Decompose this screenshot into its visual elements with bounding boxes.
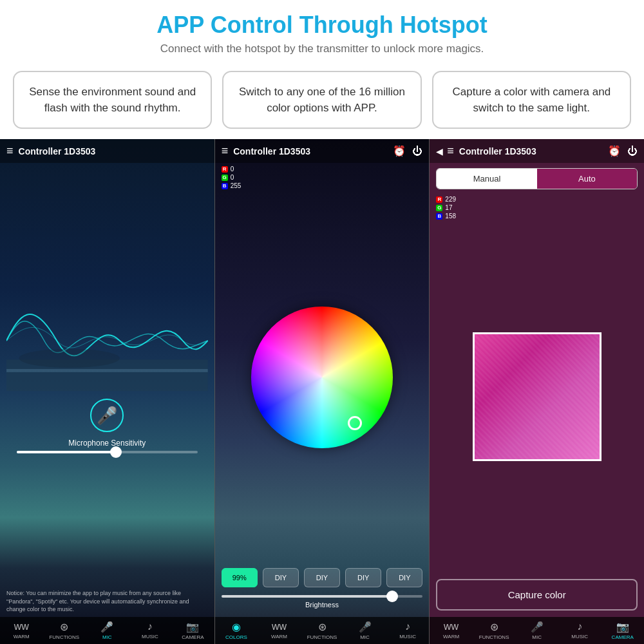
cam-rgb-b-row: B 158 — [436, 213, 638, 220]
slider-fill — [17, 451, 117, 453]
mic-icon-2: 🎤 — [359, 621, 372, 633]
music-label-2: MUSIC — [399, 634, 416, 639]
functions-icon-2: ⊛ — [318, 621, 327, 633]
sound-wave-svg — [6, 289, 208, 392]
nav-warm-3[interactable]: ww WARM — [430, 621, 473, 640]
functions-label-3: FUNCTIONS — [479, 634, 509, 640]
warm-icon-1: ww — [14, 621, 29, 632]
nav-music-1[interactable]: ♪ MUSIC — [129, 621, 172, 640]
preset-diy-2[interactable]: DIY — [304, 568, 340, 587]
preset-99[interactable]: 99% — [222, 568, 258, 587]
color-wheel[interactable] — [251, 307, 393, 448]
phone2-topbar: ≡ Controller 1D3503 ⏰ ⏻ — [215, 139, 430, 163]
nav-warm-1[interactable]: ww WARM — [0, 621, 43, 640]
warm-label-2: WARM — [271, 634, 287, 639]
nav-music-2[interactable]: ♪ MUSIC — [386, 621, 430, 640]
brightness-fill — [222, 595, 393, 598]
page: APP Control Through Hotspot Connect with… — [0, 0, 644, 644]
nav-mic-2[interactable]: 🎤 MIC — [343, 621, 386, 640]
capture-color-button[interactable]: Capture color — [436, 579, 638, 611]
phone2-nav: ◉ COLORS ww WARM ⊛ FUNCTIONS 🎤 MIC ♪ — [215, 617, 430, 644]
nav-mic-3[interactable]: 🎤 MIC — [515, 621, 558, 640]
alarm-icon-3: ⏰ — [608, 145, 621, 157]
topbar-icons-3: ⏰ ⏻ — [608, 145, 638, 157]
camera-rgb: R 229 G 17 B 158 — [430, 194, 644, 221]
menu-icon-1: ≡ — [6, 144, 14, 158]
colors-label-2: COLORS — [225, 634, 247, 640]
cam-b-label: B — [436, 213, 442, 220]
rgb-b-row: B 255 — [222, 182, 423, 189]
phone-screen-3: ◀ ≡ Controller 1D3503 ⏰ ⏻ Manual Auto — [430, 139, 644, 644]
cam-rgb-g-row: G 17 — [436, 204, 638, 211]
wheel-cursor[interactable] — [348, 416, 362, 430]
warm-label-1: WARM — [14, 634, 30, 639]
main-title: APP Control Through Hotspot — [13, 12, 631, 39]
sound-wave-area: 🎤 Microphone Sensitivity — [0, 163, 214, 586]
sensitivity-slider[interactable] — [17, 451, 198, 453]
svg-point-1 — [19, 349, 120, 368]
preset-diy-1[interactable]: DIY — [263, 568, 299, 587]
preset-row: 99% DIY DIY DIY DIY — [215, 563, 430, 592]
camera-icon-1: 📷 — [186, 621, 199, 633]
phones-row: ≡ Controller 1D3503 🎤 — [0, 139, 644, 644]
nav-warm-2[interactable]: ww WARM — [258, 621, 301, 640]
nav-mic-1[interactable]: 🎤 MIC — [86, 621, 129, 640]
tab-manual[interactable]: Manual — [437, 169, 536, 189]
nav-functions-3[interactable]: ⊛ FUNCTIONS — [473, 621, 516, 640]
cam-r-value: 229 — [445, 196, 456, 203]
header: APP Control Through Hotspot Connect with… — [0, 0, 644, 61]
nav-colors-2[interactable]: ◉ COLORS — [215, 621, 258, 640]
mic-icon-area: 🎤 — [90, 399, 124, 432]
cam-g-value: 17 — [445, 204, 452, 211]
menu-icon-3: ≡ — [447, 144, 454, 158]
preset-diy-4[interactable]: DIY — [386, 568, 422, 587]
r-value: 0 — [231, 166, 234, 173]
chevron-left-icon[interactable]: ◀ — [436, 146, 443, 156]
camera-preview — [430, 221, 644, 573]
topbar-icons-2: ⏰ ⏻ — [393, 145, 422, 157]
nav-functions-1[interactable]: ⊛ FUNCTIONS — [43, 621, 86, 640]
g-label: G — [222, 175, 228, 181]
functions-label-1: FUNCTIONS — [49, 634, 79, 640]
functions-label-2: FUNCTIONS — [307, 634, 337, 640]
nav-camera-1[interactable]: 📷 CAMERA — [171, 621, 214, 640]
camera-label-3: CAMERA — [612, 634, 634, 640]
r-label: R — [222, 166, 228, 173]
colors-icon-2: ◉ — [232, 621, 241, 633]
nav-functions-2[interactable]: ⊛ FUNCTIONS — [301, 621, 344, 640]
warm-label-3: WARM — [443, 634, 459, 639]
tab-auto[interactable]: Auto — [537, 169, 637, 189]
slider-thumb[interactable] — [110, 446, 122, 458]
preset-diy-3[interactable]: DIY — [345, 568, 381, 587]
menu-icon-2: ≡ — [222, 144, 229, 158]
phone1-topbar: ≡ Controller 1D3503 — [0, 139, 214, 163]
mic-nav-icon-3: 🎤 — [531, 621, 544, 633]
color-wheel-area[interactable] — [215, 192, 430, 563]
notice-text: Notice: You can minimize the app to play… — [0, 586, 214, 617]
cam-r-label: R — [436, 196, 442, 203]
phone1-nav: ww WARM ⊛ FUNCTIONS 🎤 MIC ♪ MUSIC 📷 — [0, 617, 214, 644]
feature-box-camera: Capture a color with camera and switch t… — [432, 71, 631, 129]
phone3-topbar: ◀ ≡ Controller 1D3503 ⏰ ⏻ — [430, 139, 644, 163]
music-label-3: MUSIC — [571, 634, 588, 639]
controller-name-3: Controller 1D3503 — [459, 146, 608, 156]
camera-nav-icon-3: 📷 — [616, 621, 629, 633]
controller-name-1: Controller 1D3503 — [19, 146, 208, 156]
mic-nav-icon-1: 🎤 — [100, 621, 113, 633]
nav-music-3[interactable]: ♪ MUSIC — [558, 621, 601, 640]
b-value: 255 — [231, 182, 242, 189]
rgb-g-row: G 0 — [222, 174, 423, 181]
functions-icon-3: ⊛ — [490, 621, 498, 633]
feature-row: Sense the environment sound and flash wi… — [0, 61, 644, 139]
svg-rect-2 — [6, 369, 208, 372]
power-icon-3: ⏻ — [627, 146, 638, 157]
mic-circle: 🎤 — [90, 399, 124, 432]
nav-camera-3[interactable]: 📷 CAMERA — [601, 621, 644, 640]
mic-label-1: MIC — [102, 634, 112, 640]
camera-label-1: CAMERA — [182, 634, 204, 640]
alarm-icon-2: ⏰ — [393, 145, 406, 157]
music-icon-3: ♪ — [577, 621, 582, 632]
captured-preview — [473, 332, 601, 461]
brightness-slider[interactable] — [222, 595, 423, 598]
music-icon-1: ♪ — [147, 621, 153, 632]
